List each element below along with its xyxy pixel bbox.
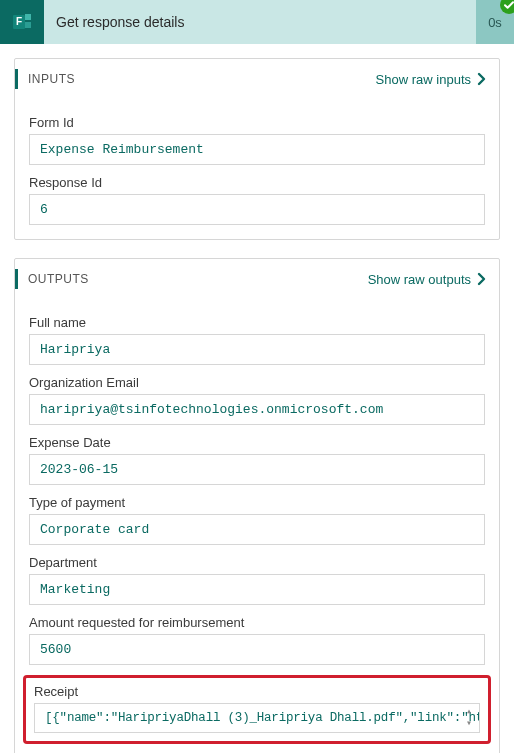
inputs-panel-header: INPUTS Show raw inputs <box>15 59 499 99</box>
department-field: Department Marketing <box>29 555 485 605</box>
amount-label: Amount requested for reimbursement <box>29 615 485 630</box>
department-label: Department <box>29 555 485 570</box>
card-title: Get response details <box>44 14 476 30</box>
payment-type-field: Type of payment Corporate card <box>29 495 485 545</box>
response-id-label: Response Id <box>29 175 485 190</box>
full-name-field: Full name Haripriya <box>29 315 485 365</box>
chevron-right-icon <box>477 272 487 286</box>
receipt-text: [{"name":"HaripriyaDhall (3)_Haripriya D… <box>45 711 480 725</box>
svg-rect-3 <box>25 22 31 28</box>
department-value[interactable]: Marketing <box>29 574 485 605</box>
payment-type-value[interactable]: Corporate card <box>29 514 485 545</box>
textarea-scroll-icon[interactable]: ▴▾ <box>462 707 476 729</box>
form-id-value[interactable]: Expense Reimbursement <box>29 134 485 165</box>
payment-type-label: Type of payment <box>29 495 485 510</box>
expense-date-field: Expense Date 2023-06-15 <box>29 435 485 485</box>
receipt-field: Receipt [{"name":"HaripriyaDhall (3)_Har… <box>34 684 480 733</box>
org-email-field: Organization Email haripriya@tsinfotechn… <box>29 375 485 425</box>
card-header: F Get response details 0s <box>0 0 514 44</box>
forms-icon: F <box>0 0 44 44</box>
form-id-field: Form Id Expense Reimbursement <box>29 115 485 165</box>
response-id-value[interactable]: 6 <box>29 194 485 225</box>
amount-value[interactable]: 5600 <box>29 634 485 665</box>
show-raw-outputs-link[interactable]: Show raw outputs <box>368 272 487 287</box>
outputs-title: OUTPUTS <box>28 272 89 286</box>
chevron-right-icon <box>477 72 487 86</box>
full-name-label: Full name <box>29 315 485 330</box>
inputs-panel: INPUTS Show raw inputs Form Id Expense R… <box>14 58 500 240</box>
raw-outputs-label: Show raw outputs <box>368 272 471 287</box>
expense-date-label: Expense Date <box>29 435 485 450</box>
response-id-field: Response Id 6 <box>29 175 485 225</box>
raw-inputs-label: Show raw inputs <box>376 72 471 87</box>
receipt-value[interactable]: [{"name":"HaripriyaDhall (3)_Haripriya D… <box>34 703 480 733</box>
svg-rect-2 <box>25 14 31 20</box>
show-raw-inputs-link[interactable]: Show raw inputs <box>376 72 487 87</box>
amount-field: Amount requested for reimbursement 5600 <box>29 615 485 665</box>
receipt-label: Receipt <box>34 684 480 699</box>
expense-date-value[interactable]: 2023-06-15 <box>29 454 485 485</box>
receipt-highlight: Receipt [{"name":"HaripriyaDhall (3)_Har… <box>23 675 491 744</box>
outputs-panel-header: OUTPUTS Show raw outputs <box>15 259 499 299</box>
org-email-value[interactable]: haripriya@tsinfotechnologies.onmicrosoft… <box>29 394 485 425</box>
form-id-label: Form Id <box>29 115 485 130</box>
accent-bar <box>15 69 18 89</box>
inputs-title: INPUTS <box>28 72 75 86</box>
svg-text:F: F <box>16 16 22 27</box>
outputs-panel: OUTPUTS Show raw outputs Full name Harip… <box>14 258 500 753</box>
accent-bar <box>15 269 18 289</box>
full-name-value[interactable]: Haripriya <box>29 334 485 365</box>
org-email-label: Organization Email <box>29 375 485 390</box>
